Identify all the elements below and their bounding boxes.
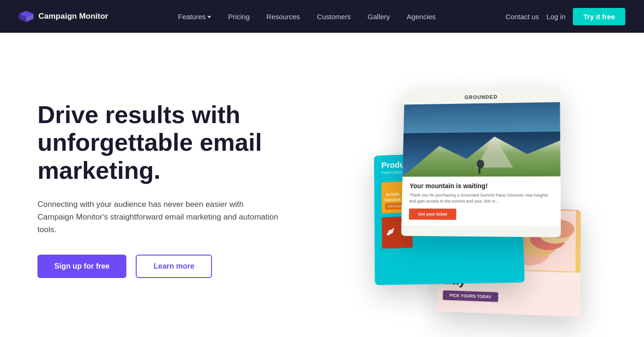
- hero-buttons: Sign up for free Learn more: [37, 255, 309, 278]
- nav-item-features[interactable]: Features: [170, 9, 219, 24]
- learn-more-button[interactable]: Learn more: [136, 255, 212, 278]
- svg-text:SLICED: SLICED: [386, 192, 400, 197]
- signup-button[interactable]: Sign up for free: [37, 255, 126, 278]
- svg-rect-4: [478, 168, 480, 174]
- hero-title: Drive results with unforgettable email m…: [37, 101, 309, 185]
- try-free-button[interactable]: Try it free: [573, 8, 625, 25]
- nav-item-pricing[interactable]: Pricing: [220, 9, 257, 24]
- nav-link-features[interactable]: Features: [170, 9, 219, 24]
- card-mountain-image: [402, 102, 560, 176]
- logo-text: Campaign Monitor: [38, 12, 108, 21]
- nav-right-actions: Contact us Log in Try it free: [505, 8, 625, 25]
- email-stack: GROUNDED: [363, 77, 611, 306]
- nav-link-gallery[interactable]: Gallery: [360, 9, 398, 24]
- nav-item-agencies[interactable]: Agencies: [399, 9, 443, 24]
- card-mountain-headline: Your mountain is waiting!: [410, 182, 553, 190]
- card-mountain-text: Thank you for purchasing a Grounded Summ…: [409, 192, 553, 205]
- contact-link[interactable]: Contact us: [505, 13, 539, 21]
- navigation: Campaign Monitor Features Pricing Resour…: [0, 0, 644, 33]
- logo-icon: [19, 11, 34, 22]
- hero-content: Drive results with unforgettable email m…: [37, 101, 309, 278]
- nav-item-resources[interactable]: Resources: [259, 9, 307, 24]
- login-link[interactable]: Log in: [547, 13, 566, 21]
- nav-link-customers[interactable]: Customers: [309, 9, 359, 24]
- card-mountain-cta[interactable]: Get your ticket: [409, 209, 457, 220]
- hero-section: Drive results with unforgettable email m…: [0, 33, 644, 337]
- logo-link[interactable]: Campaign Monitor: [19, 11, 108, 22]
- hero-illustration: GROUNDED: [328, 73, 607, 307]
- card-dessert-cta[interactable]: PICK YOURS TODAY: [443, 290, 498, 302]
- main-nav: Features Pricing Resources Customers Gal…: [170, 9, 443, 24]
- nav-link-agencies[interactable]: Agencies: [399, 9, 443, 24]
- mountain-svg: [402, 132, 560, 177]
- chevron-down-icon: [207, 16, 211, 18]
- email-card-mountain: GROUNDED: [401, 88, 561, 237]
- nav-item-gallery[interactable]: Gallery: [360, 9, 398, 24]
- svg-text:CHICKEN: CHICKEN: [384, 198, 401, 202]
- card-mountain-body: Your mountain is waiting! Thank you for …: [402, 176, 561, 227]
- card-mountain-brand: GROUNDED: [411, 93, 552, 101]
- nav-link-pricing[interactable]: Pricing: [220, 9, 257, 24]
- svg-text:🌶: 🌶: [386, 227, 395, 237]
- nav-link-resources[interactable]: Resources: [259, 9, 307, 24]
- hero-subtitle: Connecting with your audience has never …: [37, 198, 281, 236]
- nav-item-customers[interactable]: Customers: [309, 9, 359, 24]
